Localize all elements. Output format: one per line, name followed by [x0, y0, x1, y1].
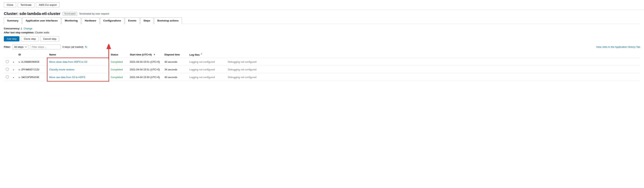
row-name-2[interactable]: Move raw data from S3 to HDFS	[47, 73, 109, 81]
steps-table-wrapper: ID Name Status Start time (UTC+0) ▼ Elap…	[4, 51, 640, 81]
concurrency-label: Concurrency:	[4, 27, 20, 30]
view-jobs-link[interactable]: View Jobs in the Application History Tab	[596, 45, 640, 48]
row-elapsed-time-0: 40 seconds	[162, 58, 188, 66]
row-checkbox-0[interactable]	[4, 58, 11, 66]
row-debug-1: Debugging not configured	[226, 66, 640, 73]
table-header-row: ID Name Status Start time (UTC+0) ▼ Elap…	[4, 51, 640, 58]
col-header-id: ID	[16, 51, 47, 58]
col-header-elapsed-time: Elapsed time	[162, 51, 188, 58]
row-id-0: s-2L3OQ0HCNVHI8	[16, 58, 47, 66]
after-last-step-label: After last step completes:	[4, 31, 34, 34]
tab-monitoring[interactable]: Monitoring	[62, 17, 81, 24]
filter-row: Filter: All steps 3 steps (all loaded) ↻…	[4, 44, 640, 49]
tab-bootstrap-actions[interactable]: Bootstrap actions	[154, 17, 182, 24]
row-name-1[interactable]: Classify movie reviews	[47, 66, 109, 73]
col-header-debug	[226, 51, 640, 58]
row-debug-2: Debugging not configured	[226, 73, 640, 81]
cluster-header: Cluster: sde-lambda-etl-cluster Terminat…	[0, 9, 644, 16]
row-status-0: Completed	[109, 58, 128, 66]
row-log-files-1: Logging not configured	[188, 66, 226, 73]
row-debug-0: Debugging not configured	[226, 58, 640, 66]
table-row: ► s-2PY4W60IYJ1ZU Classify movie reviews…	[4, 66, 640, 73]
filter-left-group: Filter: All steps 3 steps (all loaded) ↻	[4, 44, 88, 49]
row-start-time-0: 2021-04-04 15:51 (UTC+0)	[128, 58, 162, 66]
row-log-files-2: Logging not configured	[188, 73, 226, 81]
tab-hardware[interactable]: Hardware	[82, 17, 99, 24]
change-link[interactable]: Change	[24, 27, 32, 30]
tab-summary[interactable]: Summary	[4, 17, 22, 24]
row-id-2: s-1WU1SP5MSGS9E	[16, 73, 47, 81]
col-header-expand	[11, 51, 16, 58]
row-checkbox-2[interactable]	[4, 73, 11, 81]
row-start-time-2: 2021-04-04 15:50 (UTC+0)	[128, 73, 162, 81]
row-status-1: Completed	[109, 66, 128, 73]
row-expand-2[interactable]: ►	[11, 73, 16, 81]
tabs-bar: SummaryApplication user interfacesMonito…	[4, 17, 640, 24]
steps-count: 3 steps (all loaded)	[62, 45, 84, 48]
tab-events[interactable]: Events	[125, 17, 140, 24]
concurrency-row: Concurrency: 1 Change	[4, 27, 640, 30]
col-header-checkbox	[4, 51, 11, 58]
col-header-status: Status	[109, 51, 128, 58]
col-header-name: Name	[47, 51, 109, 58]
row-expand-0[interactable]: ►	[11, 58, 16, 66]
steps-table: ID Name Status Start time (UTC+0) ▼ Elap…	[4, 51, 640, 81]
external-link-icon: ↗	[200, 53, 202, 55]
clone-button[interactable]: Clone	[4, 2, 16, 7]
steps-table-body: ► s-2L3OQ0HCNVHI8 Move clean data from H…	[4, 58, 640, 81]
cluster-name: Cluster: sde-lambda-etl-cluster	[4, 11, 60, 16]
row-elapsed-time-1: 34 seconds	[162, 66, 188, 73]
row-status-2: Completed	[109, 73, 128, 81]
row-start-time-1: 2021-04-04 15:51 (UTC+0)	[128, 66, 162, 73]
after-last-step-row: After last step completes: Cluster waits	[4, 31, 640, 34]
row-elapsed-time-2: 40 seconds	[162, 73, 188, 81]
cluster-title-row: Cluster: sde-lambda-etl-cluster Terminat…	[4, 11, 640, 16]
aws-cli-export-button[interactable]: AWS CLI export	[36, 2, 60, 7]
row-log-files-0: Logging not configured	[188, 58, 226, 66]
col-header-log-files: Log files ↗	[188, 51, 226, 58]
after-last-step-value: Cluster waits	[35, 31, 50, 34]
steps-content: Concurrency: 1 Change After last step co…	[0, 24, 644, 84]
row-checkbox-1[interactable]	[4, 66, 11, 73]
filter-select[interactable]: All steps	[12, 44, 28, 49]
row-radio-2[interactable]	[6, 75, 9, 78]
row-expand-1[interactable]: ►	[11, 66, 16, 73]
row-radio-1[interactable]	[6, 68, 9, 71]
expand-icon-0[interactable]: ►	[13, 61, 14, 63]
filter-label: Filter:	[4, 45, 11, 48]
action-buttons-row: Add step Clone step Cancel step	[4, 36, 640, 41]
top-toolbar: Clone Terminate AWS CLI export	[0, 0, 644, 9]
cluster-status-description: Terminated by user request	[79, 12, 109, 15]
row-id-1: s-2PY4W60IYJ1ZU	[16, 66, 47, 73]
tab-application-user-interfaces[interactable]: Application user interfaces	[22, 17, 61, 24]
cancel-step-button[interactable]: Cancel step	[40, 36, 59, 41]
table-row: ► s-2L3OQ0HCNVHI8 Move clean data from H…	[4, 58, 640, 66]
refresh-icon[interactable]: ↻	[85, 45, 88, 49]
table-row: ► s-1WU1SP5MSGS9E Move raw data from S3 …	[4, 73, 640, 81]
sort-arrow-icon: ▼	[153, 53, 156, 56]
tab-configurations[interactable]: Configurations	[100, 17, 124, 24]
row-radio-0[interactable]	[6, 60, 9, 63]
filter-input[interactable]	[30, 44, 61, 49]
terminate-button[interactable]: Terminate	[18, 2, 34, 7]
concurrency-value: 1	[21, 27, 22, 30]
expand-icon-1[interactable]: ►	[13, 69, 14, 71]
tab-steps[interactable]: Steps	[140, 17, 154, 24]
clone-step-button[interactable]: Clone step	[21, 36, 38, 41]
col-header-start-time[interactable]: Start time (UTC+0) ▼	[128, 51, 162, 58]
row-name-0[interactable]: Move clean data from HDFS to S3	[47, 58, 109, 66]
cluster-status-badge: Terminated	[62, 12, 77, 16]
add-step-button[interactable]: Add step	[4, 36, 20, 41]
expand-icon-2[interactable]: ►	[13, 76, 14, 78]
